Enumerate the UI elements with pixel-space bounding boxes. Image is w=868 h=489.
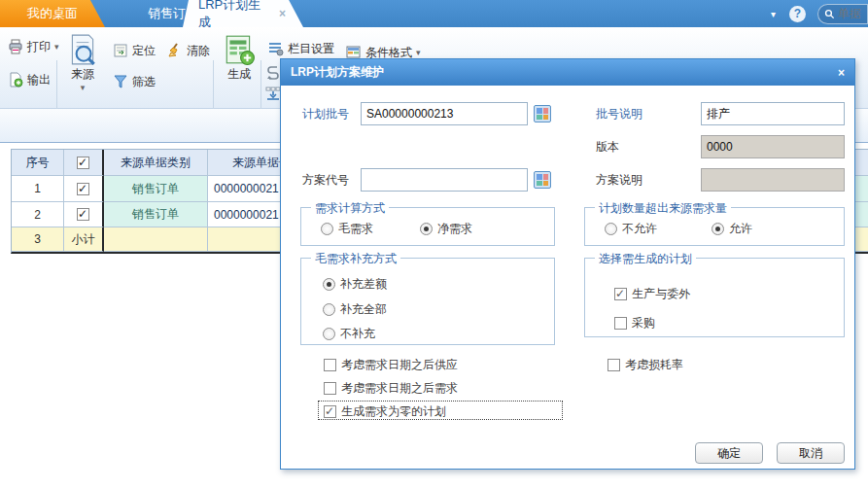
cell-seq: 1: [12, 176, 64, 202]
top-tab-bar: 我的桌面 销售订单 LRP计划生成 × ▾ ?: [0, 0, 868, 27]
checkbox-label: 采购: [632, 315, 655, 332]
checkbox-icon: [324, 382, 336, 395]
checkbox-label: 生成需求为零的计划: [341, 403, 446, 420]
radio-supplement-difference[interactable]: 补充差额: [323, 276, 387, 293]
output-button[interactable]: 输出: [4, 68, 54, 91]
cell-subtotal-label: 小计: [64, 227, 104, 252]
group-title: 选择需生成的计划: [595, 251, 696, 267]
plan-batch-input[interactable]: [361, 102, 528, 125]
radio-gross-demand[interactable]: 毛需求: [321, 221, 373, 237]
radio-no-supplement[interactable]: 不补充: [323, 326, 375, 342]
checkbox-zero-demand-plan[interactable]: 生成需求为零的计划: [324, 403, 446, 420]
batch-desc-input[interactable]: [701, 102, 845, 125]
printer-icon: [8, 39, 23, 54]
group-title: 计划数量超出来源需求量: [595, 200, 731, 217]
version-label: 版本: [596, 139, 619, 156]
radio-label: 不允许: [622, 221, 657, 237]
group-plans-to-generate: 选择需生成的计划 生产与委外 采购: [584, 258, 845, 337]
cell-select[interactable]: [64, 202, 104, 227]
radio-label: 毛需求: [338, 221, 373, 237]
radio-allowed[interactable]: 允许: [712, 221, 752, 237]
group-title: 需求计算方式: [311, 200, 389, 217]
cell-source-type: 销售订单: [104, 202, 208, 227]
column-settings-icon: [268, 41, 284, 56]
group-exceed-demand: 计划数量超出来源需求量 不允许 允许: [584, 207, 845, 246]
layout-boxes-icon[interactable]: [265, 86, 281, 101]
generate-button[interactable]: 生成: [218, 33, 260, 83]
radio-label: 补充全部: [340, 301, 387, 318]
search-box[interactable]: [817, 4, 868, 24]
column-settings-button[interactable]: 栏目设置: [264, 37, 338, 60]
chevron-down-icon: ▾: [416, 48, 421, 57]
radio-supplement-all[interactable]: 补充全部: [323, 301, 387, 318]
radio-label: 允许: [729, 221, 752, 237]
row-checkbox[interactable]: [77, 183, 89, 195]
checkbox-icon: [324, 359, 336, 371]
generate-label: 生成: [227, 66, 251, 83]
checkbox-label: 考虑需求日期之后供应: [341, 357, 458, 373]
close-tab-icon[interactable]: ×: [279, 7, 286, 20]
checkbox-demand-after-date[interactable]: 考虑需求日期之后需求: [324, 380, 458, 397]
export-page-icon: [8, 72, 23, 87]
radio-icon: [321, 223, 333, 235]
header-source-type[interactable]: 来源单据类别: [104, 150, 208, 176]
ok-button[interactable]: 确定: [695, 442, 763, 464]
close-dialog-icon[interactable]: ×: [838, 66, 845, 80]
radio-icon: [712, 223, 724, 235]
version-input: [701, 135, 845, 158]
radio-icon: [323, 278, 335, 291]
curve-arrow-icon[interactable]: [265, 64, 281, 80]
dialog-title: LRP计划方案维护: [291, 64, 384, 81]
search-input[interactable]: [838, 7, 868, 20]
batch-desc-label: 批号说明: [596, 106, 642, 122]
checkbox-icon: [324, 405, 336, 418]
clear-button[interactable]: 清除: [163, 39, 214, 62]
chevron-down-icon: ▾: [54, 42, 59, 52]
scheme-desc-label: 方案说明: [596, 172, 642, 189]
source-doc-magnifier-icon: [66, 33, 99, 66]
tab-my-desktop[interactable]: 我的桌面: [0, 0, 105, 27]
source-button[interactable]: 来源 ▾: [60, 33, 105, 92]
print-button[interactable]: 打印 ▾: [4, 35, 63, 58]
tab-lrp-plan-generation[interactable]: LRP计划生成 ×: [183, 0, 303, 27]
radio-not-allowed[interactable]: 不允许: [605, 221, 657, 237]
select-all-checkbox[interactable]: [77, 157, 89, 169]
scheme-code-input[interactable]: [361, 168, 528, 192]
locate-button[interactable]: 定位: [109, 39, 159, 62]
plan-batch-label: 计划批号: [302, 106, 349, 122]
locate-doc-icon: [113, 43, 128, 58]
cell-select[interactable]: [64, 176, 104, 202]
chevron-down-icon[interactable]: ▾: [771, 9, 776, 19]
radio-icon: [420, 223, 433, 235]
scheme-code-lookup-icon[interactable]: [534, 171, 551, 189]
radio-net-demand[interactable]: 净需求: [420, 221, 472, 237]
clear-label: 清除: [187, 43, 210, 59]
dialog-title-bar[interactable]: LRP计划方案维护 ×: [281, 59, 854, 86]
app-window: 我的桌面 销售订单 LRP计划生成 × ▾ ?: [0, 0, 868, 489]
checkbox-icon: [608, 359, 620, 371]
help-icon[interactable]: ?: [789, 6, 806, 22]
radio-label: 不补充: [340, 326, 375, 342]
group-calc-method: 需求计算方式 毛需求 净需求: [300, 207, 555, 246]
cancel-button[interactable]: 取消: [777, 442, 845, 464]
filter-button[interactable]: 筛选: [109, 70, 159, 93]
print-label: 打印: [27, 39, 51, 55]
radio-icon: [323, 303, 335, 316]
checkbox-loss-rate[interactable]: 考虑损耗率: [608, 357, 683, 373]
header-seq[interactable]: 序号: [12, 150, 64, 176]
radio-label: 补充差额: [340, 276, 387, 293]
chevron-down-icon: ▾: [81, 83, 86, 92]
checkbox-label: 考虑需求日期之后需求: [341, 380, 458, 397]
row-checkbox[interactable]: [77, 208, 89, 221]
source-label: 来源: [71, 66, 94, 83]
plan-batch-lookup-icon[interactable]: [534, 105, 551, 122]
radio-label: 净需求: [437, 221, 472, 237]
checkbox-icon: [614, 317, 627, 330]
locate-label: 定位: [132, 43, 156, 59]
header-select-all[interactable]: [64, 150, 104, 176]
checkbox-production-outsourcing[interactable]: 生产与委外: [614, 286, 690, 302]
checkbox-purchase[interactable]: 采购: [614, 315, 655, 332]
cell-seq: 2: [12, 202, 64, 227]
cell-source-type: 销售订单: [104, 176, 208, 202]
checkbox-supply-after-date[interactable]: 考虑需求日期之后供应: [324, 357, 458, 373]
